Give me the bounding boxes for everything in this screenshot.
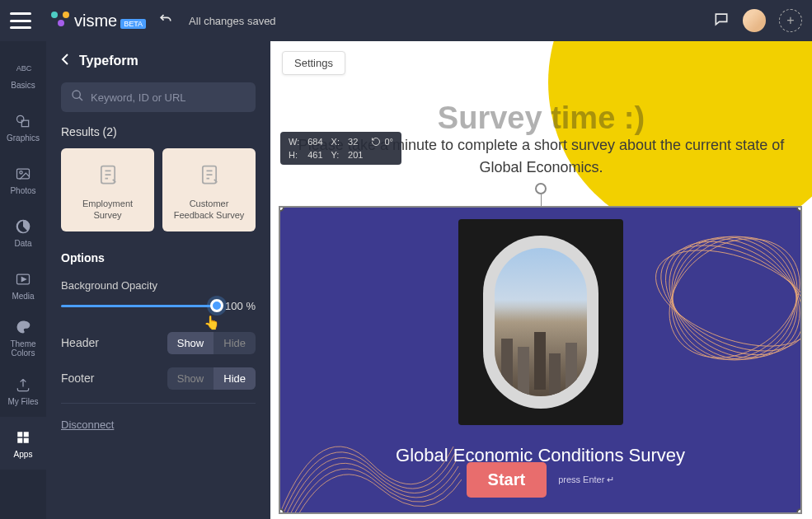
result-label: Customer Feedback Survey bbox=[169, 198, 249, 222]
svg-point-19 bbox=[647, 212, 802, 385]
svg-rect-9 bbox=[24, 437, 29, 442]
coord-y: 201 bbox=[348, 150, 363, 160]
iconbar-label: Basics bbox=[11, 81, 35, 90]
coord-y-label: Y: bbox=[331, 150, 340, 160]
iconbar-label: Media bbox=[12, 292, 34, 301]
iconbar-label: Theme Colors bbox=[0, 339, 46, 358]
svg-point-13 bbox=[644, 231, 802, 365]
bg-opacity-label: Background Opacity bbox=[61, 279, 256, 292]
search-input-container[interactable] bbox=[61, 82, 256, 112]
coord-w-label: W: bbox=[289, 137, 299, 147]
svg-rect-7 bbox=[24, 432, 29, 437]
save-status: All changes saved bbox=[189, 15, 276, 27]
photo-icon bbox=[14, 165, 32, 183]
result-card-feedback[interactable]: Customer Feedback Survey bbox=[162, 148, 256, 231]
disconnect-link[interactable]: Disconnect bbox=[61, 418, 114, 431]
coordinates-overlay: W:684 X:32 0° H:461 Y:201 bbox=[280, 132, 401, 165]
header-show-button[interactable]: Show bbox=[167, 332, 214, 354]
search-icon bbox=[71, 89, 84, 105]
svg-text:ABC: ABC bbox=[16, 64, 31, 72]
iconbar-apps[interactable]: Apps bbox=[0, 417, 46, 470]
iconbar-data[interactable]: Data bbox=[0, 206, 46, 259]
svg-point-4 bbox=[20, 171, 22, 173]
svg-rect-8 bbox=[17, 437, 22, 442]
panel-title: Typeform bbox=[79, 54, 138, 68]
back-chevron-icon[interactable] bbox=[61, 53, 69, 69]
shapes-icon bbox=[14, 112, 32, 130]
iconbar-media[interactable]: Media bbox=[0, 259, 46, 311]
result-card-employment[interactable]: Employment Survey bbox=[61, 148, 154, 231]
canvas-area[interactable]: Settings Survey time :) Please take a mi… bbox=[270, 41, 812, 519]
survey-hero-image bbox=[458, 219, 623, 425]
svg-rect-3 bbox=[17, 169, 30, 179]
grid-icon bbox=[14, 428, 32, 447]
iconbar-label: My Files bbox=[7, 397, 38, 406]
header-hide-button[interactable]: Hide bbox=[214, 332, 256, 354]
iconbar-theme-colors[interactable]: Theme Colors bbox=[0, 311, 46, 364]
coord-x: 32 bbox=[348, 137, 363, 147]
coord-w: 684 bbox=[307, 137, 322, 147]
coord-h-label: H: bbox=[289, 150, 299, 160]
left-icon-bar: ABCBasics Graphics Photos Data Media The… bbox=[0, 41, 46, 519]
resize-handle-tl[interactable] bbox=[279, 206, 284, 212]
resize-handle-tr[interactable] bbox=[796, 206, 802, 212]
play-icon bbox=[14, 270, 32, 288]
brand-logo[interactable]: visme BETA bbox=[51, 12, 146, 30]
opacity-slider[interactable]: 👆 bbox=[61, 305, 217, 307]
svg-point-18 bbox=[647, 211, 802, 386]
footer-label: Footer bbox=[61, 372, 94, 385]
options-heading: Options bbox=[61, 251, 256, 264]
logo-mark-icon bbox=[51, 12, 69, 30]
rotate-icon bbox=[371, 137, 381, 147]
user-avatar[interactable] bbox=[743, 9, 766, 32]
footer-toggle[interactable]: Show Hide bbox=[167, 367, 256, 390]
svg-point-10 bbox=[73, 91, 80, 98]
iconbar-label: Apps bbox=[14, 450, 33, 459]
add-collaborator-button[interactable]: + bbox=[779, 9, 802, 32]
palette-icon bbox=[14, 318, 32, 336]
hamburger-menu-icon[interactable] bbox=[10, 12, 31, 29]
brand-name: visme bbox=[74, 12, 117, 30]
footer-hide-button[interactable]: Hide bbox=[214, 367, 256, 390]
coord-rot: 0° bbox=[384, 137, 393, 147]
form-icon bbox=[92, 158, 124, 191]
start-button[interactable]: Start bbox=[467, 462, 547, 498]
svg-point-15 bbox=[645, 218, 802, 378]
search-input[interactable] bbox=[91, 91, 246, 104]
beta-badge: BETA bbox=[120, 19, 146, 29]
coord-x-label: X: bbox=[331, 137, 340, 147]
selected-element-frame[interactable]: Global Economic Conditions Survey Start … bbox=[279, 206, 802, 514]
slider-thumb[interactable] bbox=[210, 299, 223, 312]
opacity-value: 100 % bbox=[225, 300, 256, 312]
canvas-title: Survey time :) bbox=[298, 101, 785, 136]
header-toggle[interactable]: Show Hide bbox=[167, 332, 256, 354]
comment-icon[interactable] bbox=[713, 11, 730, 30]
svg-point-16 bbox=[646, 214, 802, 382]
footer-show-button[interactable]: Show bbox=[167, 367, 214, 390]
abc-icon: ABC bbox=[14, 59, 32, 77]
side-panel: Typeform Results (2) Employment Survey C… bbox=[46, 41, 270, 519]
svg-point-14 bbox=[645, 224, 802, 372]
coord-h: 461 bbox=[307, 150, 322, 160]
header-label: Header bbox=[61, 336, 99, 349]
iconbar-photos[interactable]: Photos bbox=[0, 153, 46, 206]
iconbar-graphics[interactable]: Graphics bbox=[0, 101, 46, 153]
svg-rect-6 bbox=[17, 432, 22, 437]
pie-icon bbox=[14, 217, 32, 236]
resize-handle-bl[interactable] bbox=[279, 508, 284, 514]
divider bbox=[61, 403, 256, 404]
resize-handle-br[interactable] bbox=[796, 508, 802, 514]
iconbar-label: Data bbox=[14, 239, 31, 248]
cursor-hand-icon: 👆 bbox=[204, 315, 220, 330]
rotate-handle[interactable] bbox=[535, 183, 547, 194]
undo-icon[interactable] bbox=[157, 11, 174, 30]
svg-point-17 bbox=[647, 212, 802, 385]
results-count: Results (2) bbox=[61, 125, 256, 138]
form-icon bbox=[193, 158, 226, 191]
iconbar-basics[interactable]: ABCBasics bbox=[0, 48, 46, 101]
settings-tab[interactable]: Settings bbox=[282, 51, 345, 75]
decorative-wire-icon bbox=[644, 208, 802, 389]
svg-point-20 bbox=[646, 214, 802, 382]
svg-point-1 bbox=[17, 115, 24, 122]
iconbar-my-files[interactable]: My Files bbox=[0, 364, 46, 417]
